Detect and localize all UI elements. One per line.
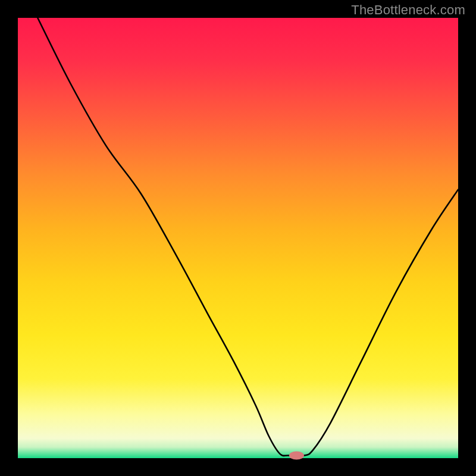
optimal-marker — [289, 452, 304, 460]
watermark-text: TheBottleneck.com — [351, 2, 465, 18]
chart-container: TheBottleneck.com — [0, 0, 476, 476]
plot-background — [18, 18, 458, 458]
bottleneck-chart — [0, 0, 476, 476]
